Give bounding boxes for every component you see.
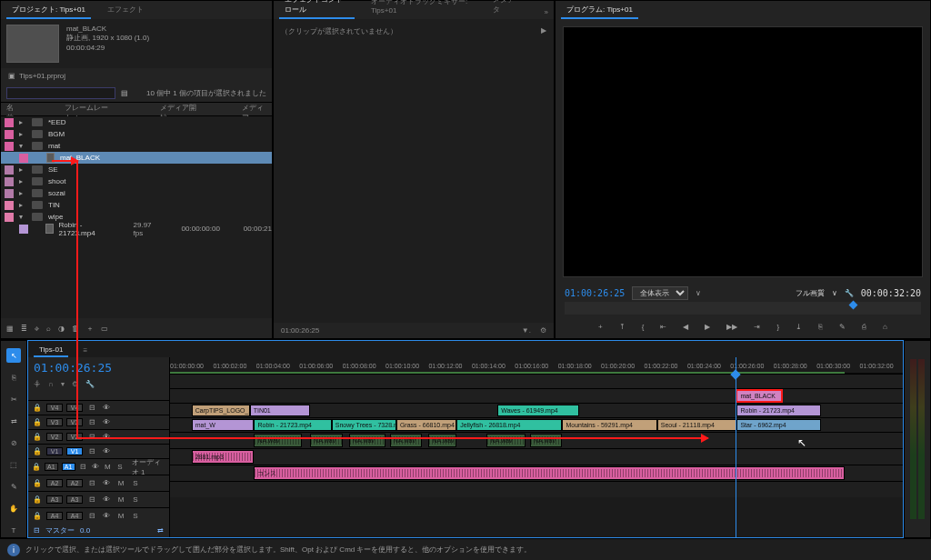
proj-tool-0[interactable]: ▦ [6, 325, 14, 333]
transport-btn-12[interactable]: ⎙ [862, 323, 866, 331]
timeline-tracks[interactable]: 01:00:00:0001:00:02:0001:00:04:0001:00:0… [170, 357, 903, 537]
tab-program[interactable]: プログラム: Tips+01 [561, 2, 638, 19]
lock-icon[interactable]: 🔒 [32, 433, 43, 441]
track-header-A3[interactable]: 🔒A3A3⊟👁MS [28, 491, 169, 507]
list-item[interactable]: ▸BGM [1, 128, 272, 140]
track-header-V3[interactable]: 🔒V3V3⊟👁 [28, 415, 169, 429]
track-header-V4[interactable]: 🔒V4V4⊟👁 [28, 400, 169, 415]
transport-btn-1[interactable]: ⤒ [619, 323, 626, 331]
list-item[interactable]: ▸TIN [1, 199, 272, 211]
proj-tool-6[interactable]: ＋ [86, 324, 94, 334]
track-A4[interactable] [170, 481, 903, 497]
track-V1[interactable]: mat_WRobin - 21723.mp4Snowy Trees - 7328… [170, 417, 903, 432]
track-header-V2[interactable]: 🔒V2V2⊟👁 [28, 429, 169, 444]
tab-effects[interactable]: エフェクト [102, 2, 149, 19]
more-icon[interactable]: » [539, 5, 554, 19]
filter-icon[interactable]: ▤ [121, 89, 128, 97]
tl-tool-1[interactable]: ⎘ [6, 370, 21, 385]
proj-tool-3[interactable]: ⌕ [46, 325, 51, 333]
lock-icon[interactable]: 🔒 [32, 463, 41, 471]
tl-tool-7[interactable]: ✋ [6, 501, 21, 515]
proj-tool-1[interactable]: ≣ [21, 325, 27, 333]
clip[interactable]: 2881.mp3 [192, 450, 255, 464]
transport-btn-5[interactable]: ▶ [705, 323, 710, 331]
clip[interactable]: mat_BLACK [736, 390, 782, 402]
tl-tool-2[interactable]: ✂ [6, 392, 21, 406]
track-A2[interactable]: 2881.mp3 [170, 448, 903, 465]
clip[interactable]: NA.wav [428, 434, 456, 447]
proj-tool-2[interactable]: ⎆ [35, 325, 39, 333]
col-media-start[interactable]: メディア開始 [160, 103, 196, 115]
transport-btn-11[interactable]: ✎ [839, 323, 846, 331]
list-item[interactable]: ▸SE [1, 164, 272, 175]
program-ruler[interactable] [565, 302, 921, 315]
clip[interactable]: コンス [254, 466, 845, 480]
transport-btn-6[interactable]: ▶▶ [726, 323, 737, 331]
transport-btn-0[interactable]: + [598, 323, 603, 331]
master-row[interactable]: ⊟マスター0.0⇄ [28, 524, 169, 537]
snap-icon[interactable]: ⸎ [34, 380, 41, 388]
track-A1[interactable]: NA.wavNA.wavNA.wavNA.wavNA.wavNA.wavNA.w… [170, 432, 903, 448]
lock-icon[interactable]: 🔒 [32, 479, 43, 487]
program-viewer[interactable] [563, 26, 923, 277]
lock-icon[interactable]: 🔒 [32, 418, 43, 426]
chevron-icon[interactable]: ▸ [19, 201, 26, 209]
track-label[interactable]: A4 [46, 512, 63, 520]
list-item[interactable]: ▸shoot [1, 175, 272, 187]
col-media-end[interactable]: メディア [242, 103, 266, 115]
tab-project[interactable]: プロジェクト: Tips+01 [6, 2, 91, 19]
marker-icon[interactable]: ▾ [61, 380, 65, 388]
transport-btn-13[interactable]: ⌂ [883, 323, 887, 331]
clip[interactable]: Seoul - 21118.mp4 [657, 419, 737, 431]
chevron-icon[interactable]: ▸ [19, 177, 26, 185]
transport-btn-4[interactable]: ◀ [683, 323, 688, 331]
track-label[interactable]: A2 [46, 479, 63, 487]
settings-icon[interactable]: ⚙ [72, 380, 78, 388]
proj-tool-7[interactable]: ▭ [101, 325, 108, 333]
fx-filter-icon[interactable]: ▼. [522, 326, 531, 335]
clip[interactable]: Mountains - 59291.mp4 [562, 419, 656, 431]
clip[interactable]: CarpTIPS_LOGO_2104 [192, 405, 250, 416]
sequence-tab[interactable]: Tips-01 [34, 344, 68, 357]
clip[interactable]: Robin - 21723.mp4 [736, 405, 820, 416]
tl-tool-5[interactable]: ⬚ [6, 457, 21, 472]
wrench-icon[interactable]: 🔧 [845, 289, 854, 297]
clip[interactable]: NA.wav [486, 434, 526, 447]
track-header-A4[interactable]: 🔒A4A4⊟👁MS [28, 507, 169, 524]
track-label[interactable]: V2 [46, 433, 63, 441]
playhead[interactable] [736, 357, 736, 537]
track-label[interactable]: V3 [46, 418, 63, 426]
lock-icon[interactable]: 🔒 [32, 404, 43, 412]
chevron-icon[interactable]: ▸ [19, 165, 26, 174]
clip[interactable]: Snowy Trees - 7328.mp4 [332, 419, 396, 431]
tl-tool-3[interactable]: ⇄ [6, 414, 21, 428]
transport-btn-2[interactable]: { [642, 323, 645, 331]
link-icon[interactable]: ∩ [48, 380, 54, 388]
proj-tool-5[interactable]: 🗑 [72, 325, 79, 333]
track-header-A1[interactable]: 🔒A1A1⊟👁MSオーディオ 1 [28, 458, 169, 475]
lock-icon[interactable]: 🔒 [32, 495, 43, 504]
tab-metadata[interactable]: メタデータ [487, 0, 527, 19]
clip[interactable]: mat_W [192, 419, 255, 431]
fx-play-icon[interactable]: ▶ [541, 26, 546, 35]
bin-list[interactable]: ▸*EED▸BGM▾matmat_BLACK▸SE▸shoot▸sozai▸TI… [1, 116, 272, 318]
clip[interactable]: Star - 6962.mp4 [736, 419, 820, 431]
clip[interactable]: NA.wav [390, 434, 423, 447]
transport-btn-8[interactable]: } [776, 323, 779, 331]
track-label[interactable]: V4 [46, 404, 63, 412]
chevron-icon[interactable]: ▸ [19, 118, 26, 126]
clip[interactable]: Waves - 61949.mp4 [497, 405, 579, 416]
track-V4[interactable] [170, 374, 903, 388]
track-A3[interactable]: コンス [170, 465, 903, 481]
tl-tool-6[interactable]: ✎ [6, 479, 21, 494]
tab-audio-mixer[interactable]: オーディオトラックミキサー: Tips+01 [365, 0, 476, 19]
lock-icon[interactable]: 🔒 [32, 512, 43, 520]
full-quality-label[interactable]: フル画質 [796, 288, 825, 298]
chevron-icon[interactable]: ▸ [19, 189, 26, 197]
transport-btn-7[interactable]: ⇥ [754, 323, 760, 331]
clip[interactable]: Robin - 21723.mp4 [254, 419, 331, 431]
list-item[interactable]: ▾mat [1, 140, 272, 152]
track-label[interactable]: A1 [45, 463, 58, 471]
clip[interactable]: NA.wav [310, 434, 343, 447]
tl-tool-0[interactable]: ↖ [6, 348, 21, 363]
